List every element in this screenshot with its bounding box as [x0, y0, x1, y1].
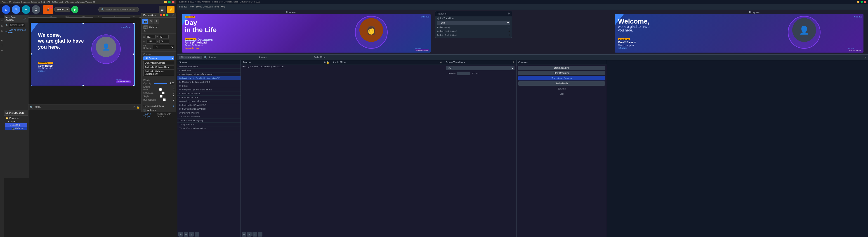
assets-search-input[interactable]: [9, 23, 25, 27]
add-source-btn[interactable]: +: [242, 232, 246, 237]
handle-mid-right[interactable]: [133, 53, 135, 55]
camera-select[interactable]: All Camera: [143, 56, 174, 60]
canvas-slide[interactable]: intuiface Welcome, we are glad to have y…: [31, 23, 135, 86]
home-btn[interactable]: ⌂: [2, 5, 10, 14]
props-close-icon[interactable]: ✕: [172, 14, 174, 17]
w-input[interactable]: [146, 40, 156, 44]
remove-source-btn[interactable]: −: [247, 232, 252, 237]
android-user-option[interactable]: Android - Webcam User: [143, 65, 174, 69]
settings-btn[interactable]: ⚙: [32, 5, 40, 14]
scene-item-xx2[interactable]: XX-Tech Issue Emergency: [178, 119, 241, 123]
play-btn[interactable]: ▶: [71, 6, 79, 13]
menu-edit[interactable]: Edit: [184, 5, 188, 8]
add-asset-btn[interactable]: + + Add an Interface Asset: [4, 28, 28, 35]
scene-item-7a[interactable]: 07-Partner Intel IMAGE: [178, 92, 241, 96]
sidebar-icon-3[interactable]: ◻: [0, 29, 4, 32]
studio-mode-btn[interactable]: Studio Mode: [518, 81, 605, 86]
trans-type-select[interactable]: Fade: [437, 21, 510, 25]
scene-item-7b[interactable]: 07-Partner Intel VIDEO: [178, 96, 241, 100]
fill-behavior-select[interactable]: Fit: [153, 45, 174, 49]
handle-mid-left[interactable]: [31, 53, 32, 55]
sidebar-icon-2[interactable]: ⊞: [0, 24, 4, 27]
menu-help[interactable]: Help: [221, 5, 225, 8]
opacity-slider[interactable]: [154, 83, 167, 84]
scene-item-yy1[interactable]: YY-My Webcam: [178, 123, 241, 126]
scene-trans-type-select[interactable]: Fade: [446, 66, 515, 70]
scene-item-8[interactable]: 08-Breaking Down Silos IMAGE: [178, 100, 241, 103]
timeline-gear-icon[interactable]: ⚙: [864, 56, 866, 59]
scene-item-1[interactable]: 01-Welcome: [178, 69, 241, 73]
move-up-source-btn[interactable]: ↑: [252, 232, 257, 237]
exit-btn[interactable]: Exit: [518, 92, 605, 96]
add-scene-btn[interactable]: +: [178, 232, 183, 237]
source-item-main[interactable]: 👁 Day in the Life: Graphic Designers IMA…: [241, 65, 331, 69]
y-input[interactable]: [159, 35, 168, 39]
studio-maximize-btn[interactable]: [861, 1, 863, 3]
tree-item-layer[interactable]: ▸ Layer 1: [5, 120, 27, 123]
obs-camera-option[interactable]: OBS Virtual Camera: [143, 61, 174, 65]
scene-item-0[interactable]: 00-Presentation-Wait: [178, 65, 241, 69]
handle-bottom-mid[interactable]: [82, 85, 84, 86]
menu-file[interactable]: File: [179, 5, 183, 8]
props-tab-camera[interactable]: 📷: [143, 19, 148, 24]
triggers-info-icon[interactable]: ℹ: [173, 104, 174, 108]
props-tab-info[interactable]: ℹ: [154, 19, 159, 24]
minimize-btn[interactable]: [164, 1, 167, 3]
maximize-btn[interactable]: [168, 1, 170, 3]
tree-item-project[interactable]: 📁 Project 27: [5, 116, 27, 120]
sidebar-icon-6[interactable]: T: [0, 44, 4, 47]
scene-item-4[interactable]: 04-Mastering the Intuiface IMAGE: [178, 80, 241, 84]
canvas-lock-icon[interactable]: 🔒: [136, 106, 140, 109]
scene-trans-gear[interactable]: ⚙: [513, 61, 515, 64]
scene-selector[interactable]: Scene 1 ▾: [55, 7, 70, 12]
scene-item-10[interactable]: 10-Day One Wrap Up: [178, 111, 241, 115]
layers-btn[interactable]: ≡: [22, 5, 30, 14]
android-env-option[interactable]: Android - Webcam Environment: [143, 70, 174, 76]
scene-item-6[interactable]: 06-Compose Tips and Tricks IMAGE: [178, 88, 241, 92]
h-input[interactable]: [159, 40, 169, 44]
tree-item-scene1[interactable]: ▸ Scene 1: [5, 123, 27, 127]
close-btn[interactable]: [172, 1, 175, 3]
handle-bottom-right[interactable]: [133, 85, 135, 86]
scene-item-yy2[interactable]: YY-My Webcam Chicago Flag: [178, 126, 241, 130]
scene-item-xx1[interactable]: XX-See You Tomorrow: [178, 115, 241, 119]
menu-view[interactable]: View: [189, 5, 194, 8]
search-box[interactable]: 🔍 Search online documentation: [98, 7, 139, 12]
start-streaming-btn[interactable]: Start Streaming: [518, 66, 605, 70]
tree-item-webcam[interactable]: 📷 Webcam: [5, 127, 27, 130]
fade-plus-icon[interactable]: +: [508, 26, 510, 29]
props-tab-settings[interactable]: ⚙: [148, 19, 153, 24]
studio-minimize-btn[interactable]: [857, 1, 860, 3]
settings-btn-ctrl[interactable]: Settings: [518, 86, 605, 91]
handle-top-mid[interactable]: [82, 23, 84, 24]
sidebar-icon-7[interactable]: ✏: [0, 49, 4, 52]
scene-item-9b[interactable]: 09-Partner BrightSign VIDEO: [178, 107, 241, 111]
visibility-icon[interactable]: 👁: [143, 30, 146, 33]
canvas-fit-icon[interactable]: ⊡: [133, 106, 135, 109]
sidebar-icon-1[interactable]: ≡: [0, 19, 4, 22]
preview-toggle-btn[interactable]: ⊡: [159, 6, 166, 13]
studio-close-btn[interactable]: [864, 1, 866, 3]
duration-input[interactable]: [457, 72, 470, 75]
start-recording-btn[interactable]: Start Recording: [518, 71, 605, 75]
scene-btn[interactable]: 🎬 1: [43, 5, 53, 14]
scene-item-9a[interactable]: 09-Partner BrightSign IMAGE: [178, 103, 241, 107]
move-up-scene-btn[interactable]: ↑: [189, 232, 194, 237]
fade-back-plus-icon-2[interactable]: +: [508, 33, 510, 37]
remove-scene-btn[interactable]: −: [184, 232, 188, 237]
source-eye-icon[interactable]: 👁: [323, 61, 326, 64]
grayscale-checkbox[interactable]: [162, 91, 164, 94]
blue-checkbox[interactable]: [159, 88, 162, 91]
audio-gear-icon[interactable]: ⚙: [440, 61, 442, 64]
scene-item-2[interactable]: 02-Getting Dirty with Intuiface IMAGE: [178, 73, 241, 76]
fade-back-plus-icon[interactable]: +: [508, 30, 510, 33]
move-down-scene-btn[interactable]: ↓: [195, 232, 199, 237]
x-input[interactable]: [146, 35, 156, 39]
trans-gear-icon[interactable]: ⚙: [507, 12, 510, 15]
sidebar-icon-4[interactable]: ↑: [0, 34, 4, 37]
scene-item-5[interactable]: 05-Break: [178, 84, 241, 88]
canvas-zoom-icon[interactable]: 🔍: [30, 106, 33, 109]
source-lock-icon[interactable]: 🔒: [327, 61, 329, 64]
handle-top-right[interactable]: [133, 23, 135, 24]
assets-close-icon[interactable]: ✕: [25, 17, 27, 20]
